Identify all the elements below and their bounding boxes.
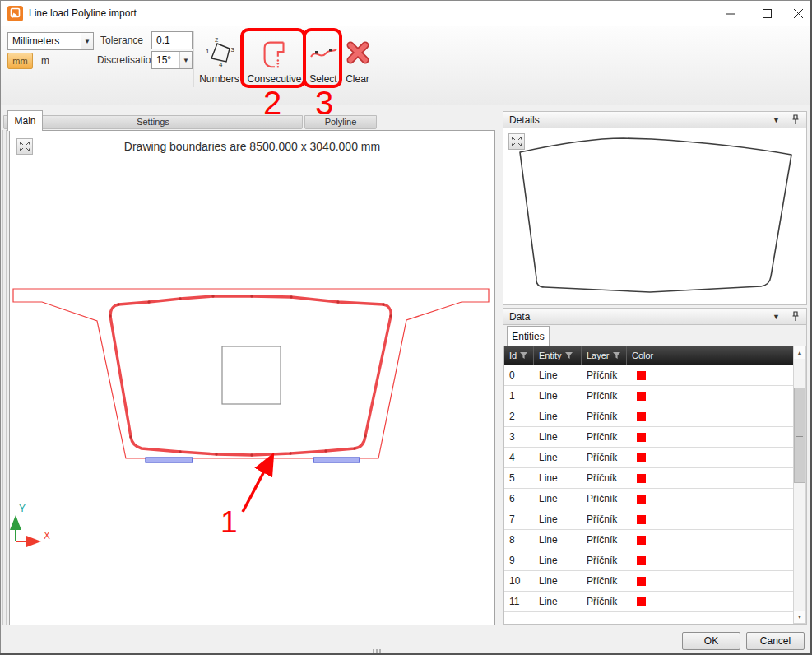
consecutive-button[interactable]: Consecutive (244, 31, 304, 87)
cell-color (627, 468, 657, 488)
units-dropdown-value: Millimeters (8, 35, 81, 47)
dialog-window: Line load Polyline import Settings Polyl… (0, 0, 810, 653)
cell-entity: Line (534, 427, 582, 447)
thumb-grip (796, 434, 803, 437)
details-preview[interactable] (503, 128, 807, 305)
polyline-vertices (109, 295, 392, 456)
details-outline-drawing (503, 128, 806, 304)
table-row[interactable]: 10 Line Příčník (504, 571, 793, 592)
table-row[interactable]: 0 Line Příčník (504, 365, 793, 386)
scroll-up-button[interactable]: ▲ (794, 346, 805, 359)
main-canvas[interactable]: Drawing boundaries are 8500.000 x 3040.0… (9, 130, 495, 625)
minimize-button[interactable] (712, 1, 749, 26)
cell-entity: Line (534, 509, 582, 529)
ribbon: Settings Polyline Millimeters ▼ mm m Tol… (1, 26, 810, 105)
cell-id: 6 (504, 489, 534, 509)
details-collapse-icon[interactable]: ▼ (773, 116, 780, 124)
entity-color-swatch (637, 515, 646, 524)
filter-icon (520, 352, 527, 360)
tab-entities[interactable]: Entities (507, 326, 550, 346)
svg-text:2: 2 (215, 37, 219, 44)
scroll-thumb[interactable] (794, 388, 805, 483)
cell-entity: Line (534, 550, 582, 570)
table-row[interactable]: 11 Line Příčník (504, 592, 793, 612)
unit-m-toggle[interactable]: m (37, 53, 53, 69)
clear-button[interactable]: Clear (341, 31, 374, 87)
data-collapse-icon[interactable]: ▼ (773, 313, 780, 321)
cell-color (627, 386, 657, 406)
select-button[interactable]: Select (306, 31, 341, 87)
cell-layer: Příčník (582, 571, 627, 591)
table-row[interactable]: 1 Line Příčník (504, 386, 793, 406)
window-title: Line load Polyline import (29, 7, 137, 19)
cell-color (627, 530, 657, 550)
cancel-button[interactable]: Cancel (746, 632, 805, 650)
table-scrollbar[interactable]: ▲ ▼ (793, 346, 806, 624)
svg-text:1: 1 (206, 48, 210, 55)
units-dropdown[interactable]: Millimeters ▼ (7, 32, 94, 50)
column-header-color[interactable]: Color (627, 346, 657, 365)
interior-square (222, 346, 281, 404)
resize-grip[interactable] (373, 649, 381, 653)
tolerance-label: Tolerance (100, 35, 143, 46)
discretisation-dropdown-arrow-icon[interactable]: ▼ (179, 52, 192, 68)
cell-entity: Line (534, 489, 582, 509)
column-header-layer[interactable]: Layer (582, 346, 627, 365)
discretisation-label: Discretisation (97, 54, 156, 66)
table-row[interactable]: 6 Line Příčník (504, 489, 793, 509)
entity-color-swatch (637, 556, 646, 565)
cell-id: 2 (504, 406, 534, 426)
details-pin-icon[interactable] (791, 114, 800, 125)
callout-arrow-1: 1 (220, 458, 271, 539)
cell-layer: Příčník (582, 406, 627, 426)
units-dropdown-arrow-icon[interactable]: ▼ (81, 33, 93, 49)
details-panel-header: Details ▼ (503, 111, 807, 128)
cell-color (627, 427, 657, 447)
ok-button[interactable]: OK (682, 632, 740, 650)
table-row[interactable]: 2 Line Příčník (504, 406, 793, 427)
numbers-button[interactable]: 2 3 1 4 Numbers (196, 31, 243, 87)
cell-id: 10 (504, 571, 534, 591)
table-row[interactable]: 5 Line Příčník (504, 468, 793, 489)
table-row[interactable]: 3 Line Příčník (504, 427, 793, 448)
entity-color-swatch (637, 495, 646, 504)
cell-color (627, 489, 657, 509)
entity-color-swatch (637, 474, 646, 483)
data-pin-icon[interactable] (791, 311, 800, 322)
left-splitter[interactable] (2, 130, 7, 625)
table-row[interactable]: 8 Line Příčník (504, 530, 793, 550)
cell-color (627, 509, 657, 529)
entity-color-swatch (637, 412, 646, 421)
cell-layer: Příčník (582, 427, 627, 447)
cell-color (627, 571, 657, 591)
filter-icon (613, 352, 620, 360)
tolerance-input[interactable]: 0.1 (151, 31, 193, 49)
bearing-right (313, 458, 360, 462)
table-row[interactable]: 7 Line Příčník (504, 509, 793, 530)
tab-main[interactable]: Main (7, 110, 43, 131)
entities-table: Id Entity Layer Color 0 Line Příčník 1 (503, 346, 793, 624)
clear-x-icon (345, 31, 371, 73)
cell-entity: Line (534, 592, 582, 611)
table-row[interactable]: 9 Line Příčník (504, 550, 793, 571)
cell-color (627, 592, 657, 611)
callout-number-1: 1 (220, 505, 238, 539)
cell-entity: Line (534, 468, 582, 488)
consecutive-icon (258, 31, 292, 73)
table-row[interactable]: 4 Line Příčník (504, 448, 793, 468)
cell-layer: Příčník (582, 386, 627, 406)
close-button[interactable] (780, 1, 810, 26)
column-header-entity[interactable]: Entity (534, 346, 582, 365)
column-header-filler (657, 346, 793, 365)
cell-color (627, 365, 657, 385)
cross-section-drawing: Y X 1 (10, 131, 494, 625)
unit-mm-toggle[interactable]: mm (7, 53, 33, 69)
column-header-id[interactable]: Id (504, 346, 534, 365)
cell-layer: Příčník (582, 509, 627, 529)
polyline-group-label: Polyline (304, 115, 377, 129)
cell-layer: Příčník (582, 448, 627, 467)
toolbar-separator (193, 31, 194, 87)
scroll-down-button[interactable]: ▼ (794, 611, 805, 623)
discretisation-dropdown[interactable]: 15° ▼ (151, 51, 193, 69)
filter-icon (565, 352, 573, 360)
